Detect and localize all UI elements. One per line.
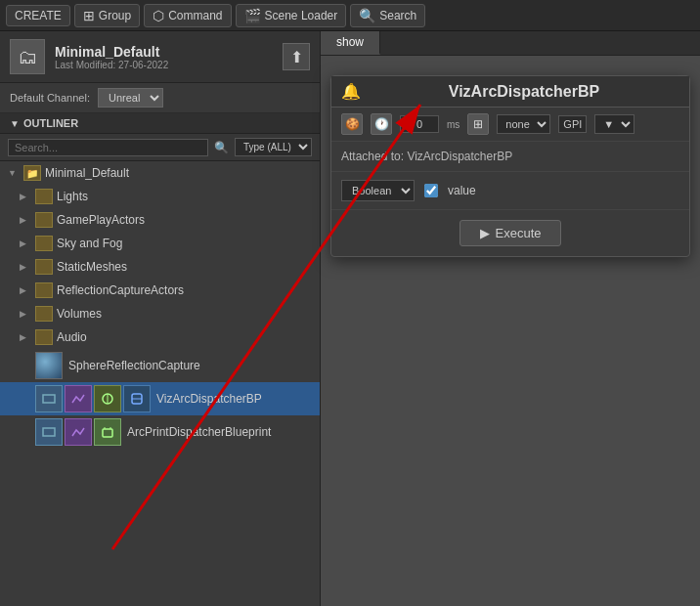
param-type-select[interactable]: Boolean [341, 180, 415, 201]
tree-item-gameplay-actors[interactable]: ▶ GamePlayActors [0, 208, 320, 232]
popup-titlebar: 🔔 VizArcDispatcherBP [331, 76, 689, 108]
tree-item-viz-arc-dispatcher[interactable]: VizArcDispatcherBP [0, 382, 320, 415]
popup-clock-icon-btn[interactable]: 🕐 [371, 113, 392, 135]
popup-attached-label: Attached to: VizArcDispatcherBP [331, 142, 689, 172]
popup-bell-icon: 🔔 [341, 82, 361, 101]
popup-gpi-label: GPI [558, 115, 587, 133]
sphere-reflection-label: SphereReflectionCapture [68, 359, 200, 372]
lights-arrow: ▶ [20, 192, 31, 201]
search-button[interactable]: 🔍 Search [350, 4, 425, 27]
svg-rect-5 [43, 428, 55, 436]
group-button[interactable]: ⊞ Group [74, 4, 140, 27]
sphere-reflection-thumb [35, 352, 63, 379]
popup-gpi-select[interactable]: ▼ [594, 114, 634, 134]
top-toolbar: CREATE ⊞ Group ⬡ Command 🎬 Scene Loader … [0, 0, 700, 31]
lights-folder-icon [35, 189, 53, 204]
param-checkbox[interactable] [424, 184, 438, 197]
sky-label: Sky and Fog [57, 237, 122, 250]
tree-item-audio[interactable]: ▶ Audio [0, 325, 320, 349]
audio-label: Audio [57, 330, 87, 344]
outliner-search-input[interactable] [8, 139, 208, 156]
sky-arrow: ▶ [20, 238, 31, 248]
static-folder-icon [35, 259, 53, 275]
svg-rect-6 [103, 429, 112, 437]
tree-item-static-meshes[interactable]: ▶ StaticMeshes [0, 255, 320, 279]
asset-thumbnail: 🗂 [10, 39, 45, 74]
reflection-arrow: ▶ [20, 285, 31, 295]
audio-folder-icon [35, 329, 53, 345]
reflection-folder-icon [35, 282, 53, 298]
outliner-header: ▼ OUTLINER [0, 113, 320, 134]
outliner-collapse-arrow[interactable]: ▼ [10, 118, 20, 129]
scene-loader-button[interactable]: 🎬 Scene Loader [236, 4, 347, 27]
viz-arc-thumb3 [94, 385, 121, 412]
show-tabs: show [321, 31, 700, 56]
command-icon: ⬡ [153, 8, 164, 23]
channel-select[interactable]: Unreal [98, 88, 163, 108]
tree-item-lights[interactable]: ▶ Lights [0, 185, 320, 208]
tree-root-item[interactable]: ▼ 📁 Minimal_Default [0, 161, 320, 185]
tree-item-sky-fog[interactable]: ▶ Sky and Fog [0, 232, 320, 255]
arc-print-thumb2 [65, 418, 92, 446]
volumes-label: Volumes [57, 307, 102, 321]
scene-loader-label: Scene Loader [265, 9, 338, 22]
audio-arrow: ▶ [20, 332, 31, 342]
asset-header: 🗂 Minimal_Default Last Modified: 27-06-2… [0, 31, 320, 83]
scene-loader-icon: 🎬 [244, 8, 261, 23]
tree-item-reflection-capture[interactable]: ▶ ReflectionCaptureActors [0, 279, 320, 302]
channel-row: Default Channel: Unreal [0, 83, 320, 113]
popup-cookie-icon-btn[interactable]: 🍪 [341, 113, 363, 135]
tree-item-arc-print[interactable]: ArcPrintDispatcherBlueprint [0, 415, 320, 449]
gameplay-arrow: ▶ [20, 215, 31, 225]
command-button[interactable]: ⬡ Command [144, 4, 231, 27]
tree-item-sphere-reflection[interactable]: SphereReflectionCapture [0, 349, 320, 382]
group-label: Group [99, 9, 131, 22]
popup-title: VizArcDispatcherBP [369, 83, 679, 101]
execute-label: Execute [496, 226, 542, 240]
popup-params: Boolean value [331, 172, 689, 210]
type-filter-select[interactable]: Type (ALL) [235, 138, 312, 156]
static-label: StaticMeshes [57, 260, 127, 274]
arc-print-thumb3 [94, 418, 121, 446]
reflection-label: ReflectionCaptureActors [57, 283, 184, 297]
search-icon: 🔍 [359, 8, 375, 23]
command-label: Command [168, 9, 222, 22]
root-label: Minimal_Default [45, 166, 129, 180]
viz-arc-thumb4 [123, 385, 151, 412]
svg-rect-0 [43, 395, 55, 403]
volumes-folder-icon [35, 306, 53, 322]
dispatcher-popup: 🔔 VizArcDispatcherBP 🍪 🕐 ms ⊞ none GPI ▼ [330, 75, 690, 257]
asset-export-button[interactable]: ⬆ [283, 43, 310, 70]
lights-label: Lights [57, 190, 88, 203]
create-button[interactable]: CREATE [6, 5, 70, 26]
execute-button[interactable]: ▶ Execute [459, 220, 562, 246]
execute-icon: ▶ [480, 226, 490, 240]
right-panel: show 🔔 VizArcDispatcherBP 🍪 🕐 ms ⊞ none … [321, 31, 700, 606]
param-value-label: value [448, 184, 476, 197]
gameplay-label: GamePlayActors [57, 213, 145, 227]
group-icon: ⊞ [83, 8, 95, 23]
arc-print-thumb1 [35, 418, 63, 446]
outliner-tree: ▼ 📁 Minimal_Default ▶ Lights ▶ GamePlayA… [0, 161, 320, 606]
popup-none-select[interactable]: none [497, 114, 550, 134]
popup-time-unit: ms [447, 119, 459, 130]
main-layout: 🗂 Minimal_Default Last Modified: 27-06-2… [0, 31, 700, 606]
viz-arc-thumb2 [65, 385, 92, 412]
volumes-arrow: ▶ [20, 309, 31, 319]
asset-modified: Last Modified: 27-06-2022 [55, 60, 273, 70]
show-tab[interactable]: show [321, 31, 380, 55]
popup-time-input[interactable] [400, 115, 439, 133]
tree-item-volumes[interactable]: ▶ Volumes [0, 302, 320, 325]
search-magnify-icon: 🔍 [214, 141, 229, 154]
arc-print-label: ArcPrintDispatcherBlueprint [127, 425, 271, 439]
root-folder-icon: 📁 [23, 165, 41, 181]
viz-arc-thumb1 [35, 385, 63, 412]
popup-grid-icon-btn[interactable]: ⊞ [467, 113, 489, 135]
asset-info: Minimal_Default Last Modified: 27-06-202… [55, 44, 273, 70]
root-expand-arrow: ▼ [8, 168, 20, 178]
asset-name: Minimal_Default [55, 44, 273, 60]
viz-arc-label: VizArcDispatcherBP [156, 392, 262, 406]
search-label: Search [379, 9, 416, 22]
create-label: CREATE [15, 9, 62, 22]
channel-label: Default Channel: [10, 92, 90, 104]
